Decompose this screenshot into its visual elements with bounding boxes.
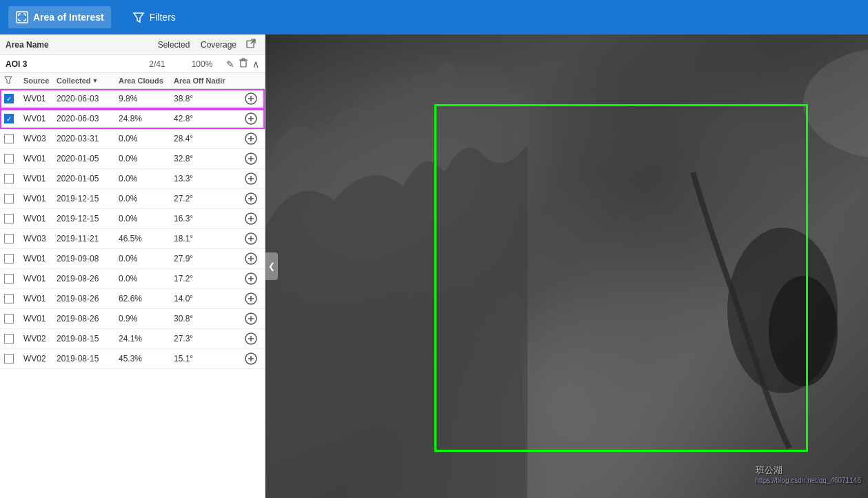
row-nadir-7: 16.3° bbox=[174, 214, 241, 223]
col-source-header: Source bbox=[23, 77, 57, 85]
row-source-4: WV01 bbox=[23, 154, 57, 163]
row-add-button-13[interactable] bbox=[241, 332, 261, 345]
row-checkbox-3[interactable] bbox=[4, 134, 23, 143]
checkbox-13[interactable] bbox=[4, 334, 14, 343]
row-clouds-13: 24.1% bbox=[119, 334, 174, 343]
collapse-icon[interactable]: ∧ bbox=[252, 59, 259, 70]
main-layout: Area Name Selected Coverage AOI 3 2/41 1… bbox=[0, 34, 868, 498]
row-checkbox-13[interactable] bbox=[4, 334, 23, 343]
checkbox-3[interactable] bbox=[4, 134, 14, 143]
tab-filters-label: Filters bbox=[150, 12, 176, 23]
row-clouds-2: 24.8% bbox=[119, 114, 174, 123]
row-checkbox-8[interactable] bbox=[4, 234, 23, 243]
row-collected-10: 2019-08-26 bbox=[57, 274, 119, 283]
col-name-header: Area Name bbox=[6, 40, 153, 50]
row-add-button-8[interactable] bbox=[241, 232, 261, 245]
row-nadir-10: 17.2° bbox=[174, 274, 241, 283]
delete-icon[interactable] bbox=[239, 58, 248, 70]
checkbox-11[interactable] bbox=[4, 294, 14, 303]
table-body: WV01 2020-06-03 9.8% 38.8° WV01 2020-06-… bbox=[0, 89, 265, 498]
row-collected-9: 2019-09-08 bbox=[57, 254, 119, 263]
row-source-7: WV01 bbox=[23, 214, 57, 223]
tab-aoi-label: Area of Interest bbox=[33, 12, 104, 23]
table-row: WV01 2019-08-26 0.0% 17.2° bbox=[0, 269, 265, 289]
checkbox-9[interactable] bbox=[4, 254, 14, 263]
row-clouds-9: 0.0% bbox=[119, 254, 174, 263]
row-checkbox-6[interactable] bbox=[4, 194, 23, 203]
table-row: WV02 2019-08-15 45.3% 15.1° bbox=[0, 349, 265, 369]
row-collected-5: 2020-01-05 bbox=[57, 174, 119, 183]
row-collected-2: 2020-06-03 bbox=[57, 114, 119, 123]
checkbox-2[interactable] bbox=[4, 114, 14, 123]
row-clouds-4: 0.0% bbox=[119, 154, 174, 163]
row-add-button-7[interactable] bbox=[241, 212, 261, 225]
table-row: WV03 2019-11-21 46.5% 18.1° bbox=[0, 229, 265, 249]
table-row: WV01 2019-08-26 62.6% 14.0° bbox=[0, 289, 265, 309]
row-collected-12: 2019-08-26 bbox=[57, 314, 119, 323]
checkbox-8[interactable] bbox=[4, 234, 14, 243]
row-collected-4: 2020-01-05 bbox=[57, 154, 119, 163]
panel-collapse-button[interactable]: ❮ bbox=[265, 252, 278, 280]
row-source-14: WV02 bbox=[23, 354, 57, 363]
row-source-8: WV03 bbox=[23, 234, 57, 243]
aoi-coverage-value: 100% bbox=[178, 59, 226, 69]
row-add-button-14[interactable] bbox=[241, 352, 261, 365]
checkbox-14[interactable] bbox=[4, 354, 14, 363]
table-row: WV01 2019-09-08 0.0% 27.9° bbox=[0, 249, 265, 269]
row-add-button-12[interactable] bbox=[241, 312, 261, 325]
row-add-button-5[interactable] bbox=[241, 172, 261, 185]
row-checkbox-4[interactable] bbox=[4, 154, 23, 163]
svg-rect-0 bbox=[17, 12, 28, 23]
row-collected-7: 2019-12-15 bbox=[57, 214, 119, 223]
row-collected-14: 2019-08-15 bbox=[57, 354, 119, 363]
row-checkbox-2[interactable] bbox=[4, 114, 23, 123]
table-row: WV01 2020-06-03 24.8% 42.8° bbox=[0, 109, 265, 129]
row-checkbox-12[interactable] bbox=[4, 314, 23, 323]
edit-icon[interactable]: ✎ bbox=[226, 59, 234, 70]
svg-marker-19 bbox=[5, 77, 12, 83]
row-checkbox-1[interactable] bbox=[4, 94, 23, 103]
checkbox-12[interactable] bbox=[4, 314, 14, 323]
row-add-button-6[interactable] bbox=[241, 192, 261, 205]
row-add-button-10[interactable] bbox=[241, 272, 261, 285]
col-collected-header[interactable]: Collected ▼ bbox=[57, 77, 119, 85]
row-add-button-2[interactable] bbox=[241, 112, 261, 125]
checkbox-10[interactable] bbox=[4, 274, 14, 283]
aoi-name: AOI 3 bbox=[6, 59, 137, 69]
checkbox-7[interactable] bbox=[4, 214, 14, 223]
row-checkbox-11[interactable] bbox=[4, 294, 23, 303]
row-nadir-11: 14.0° bbox=[174, 294, 241, 303]
row-nadir-6: 27.2° bbox=[174, 194, 241, 203]
col-filter-icon[interactable] bbox=[4, 76, 23, 86]
row-source-12: WV01 bbox=[23, 314, 57, 323]
row-collected-13: 2019-08-15 bbox=[57, 334, 119, 343]
checkbox-6[interactable] bbox=[4, 194, 14, 203]
row-add-button-11[interactable] bbox=[241, 292, 261, 305]
checkbox-1[interactable] bbox=[4, 94, 14, 103]
table-row: WV01 2020-01-05 0.0% 32.8° bbox=[0, 149, 265, 169]
tab-filters[interactable]: Filters bbox=[125, 6, 183, 28]
svg-marker-9 bbox=[134, 13, 143, 22]
tab-area-of-interest[interactable]: Area of Interest bbox=[8, 6, 111, 28]
row-checkbox-7[interactable] bbox=[4, 214, 23, 223]
row-add-button-4[interactable] bbox=[241, 152, 261, 165]
row-add-button-1[interactable] bbox=[241, 92, 261, 105]
checkbox-5[interactable] bbox=[4, 174, 14, 183]
row-collected-8: 2019-11-21 bbox=[57, 234, 119, 243]
aoi-actions: ✎ ∧ bbox=[226, 58, 259, 70]
map-area: ❮ 班公湖 https://blog.csdn.net/qq_46071146 bbox=[265, 34, 868, 498]
filter-icon bbox=[132, 10, 145, 24]
table-row: WV01 2020-06-03 9.8% 38.8° bbox=[0, 89, 265, 109]
checkbox-4[interactable] bbox=[4, 154, 14, 163]
row-source-5: WV01 bbox=[23, 174, 57, 183]
row-checkbox-14[interactable] bbox=[4, 354, 23, 363]
table-row: WV01 2020-01-05 0.0% 13.3° bbox=[0, 169, 265, 189]
row-nadir-9: 27.9° bbox=[174, 254, 241, 263]
row-add-button-9[interactable] bbox=[241, 252, 261, 265]
row-add-button-3[interactable] bbox=[241, 132, 261, 145]
row-checkbox-10[interactable] bbox=[4, 274, 23, 283]
row-checkbox-9[interactable] bbox=[4, 254, 23, 263]
table-row: WV03 2020-03-31 0.0% 28.4° bbox=[0, 129, 265, 149]
row-checkbox-5[interactable] bbox=[4, 174, 23, 183]
export-button[interactable] bbox=[243, 39, 259, 50]
